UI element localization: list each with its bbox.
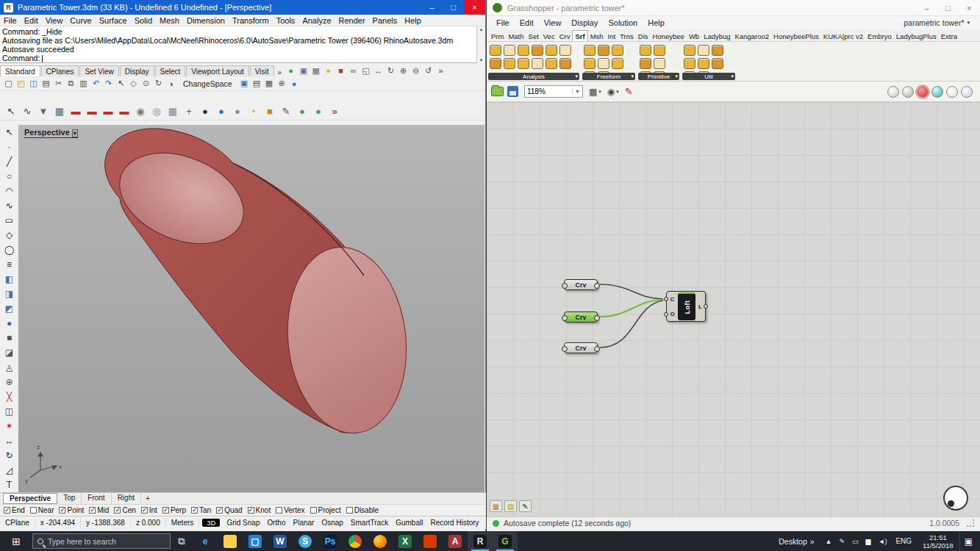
rhino-menu-item[interactable]: File <box>0 16 21 25</box>
perspective-viewport[interactable]: z x y Perspective▾ <box>18 125 484 492</box>
save-icon[interactable]: ◫ <box>27 78 40 90</box>
white-sphere-icon[interactable] <box>946 86 958 98</box>
checkbox[interactable] <box>59 507 65 514</box>
network-icon[interactable]: ▆ <box>862 538 875 545</box>
grid-icon[interactable]: ▦ <box>165 104 181 119</box>
clock[interactable]: 21:51 11/5/2018 <box>917 533 959 550</box>
task-view-button[interactable]: ⧉ <box>171 531 193 551</box>
category-tab[interactable]: Wb <box>687 31 701 41</box>
magnifier-icon[interactable]: ⊕ <box>276 78 288 90</box>
preview-eye-icon[interactable]: ◉▾ <box>607 87 619 97</box>
loft-icon[interactable]: ◨ <box>1 287 18 301</box>
explode-icon[interactable]: ✶ <box>1 419 18 433</box>
command-history[interactable]: Command: _Hide Autosaving file as C:\Use… <box>0 26 485 63</box>
ellipse-icon[interactable]: ◯ <box>1 242 18 257</box>
component-icon[interactable] <box>490 45 501 56</box>
wire-crv2-loft-selected[interactable] <box>600 300 663 317</box>
trim-icon[interactable]: ╳ <box>1 389 18 404</box>
red-marker-icon[interactable]: ✎ <box>625 86 633 97</box>
scale-icon[interactable]: ◿ <box>1 463 18 478</box>
ghosted-preview-icon[interactable] <box>931 86 943 98</box>
viewport-tab[interactable]: Top <box>57 493 82 504</box>
component-icon[interactable] <box>612 45 623 56</box>
category-tab[interactable]: Ladybug <box>701 31 732 41</box>
osnap-toggle[interactable]: Int <box>141 506 157 514</box>
checkbox[interactable] <box>346 507 353 514</box>
changespace-label[interactable]: ChangeSpace <box>177 79 238 88</box>
maximize-button[interactable]: □ <box>443 0 464 15</box>
shaded-preview-icon[interactable] <box>902 86 914 98</box>
display-monitor-icon[interactable]: ▣ <box>297 65 310 76</box>
open-file-icon[interactable]: ◰ <box>15 78 27 90</box>
component-icon[interactable] <box>712 45 723 56</box>
component-icon[interactable] <box>698 58 709 69</box>
shade-icon[interactable]: ◑ <box>165 78 177 90</box>
copy-icon[interactable]: ⧉ <box>65 78 77 90</box>
category-tab[interactable]: Prm <box>489 31 506 41</box>
print-icon[interactable]: ▤ <box>40 78 52 90</box>
save-icon[interactable] <box>507 86 518 97</box>
input-grip-curves[interactable] <box>664 297 668 301</box>
teal-sphere-icon[interactable]: ● <box>310 104 326 119</box>
chevron-right-icon[interactable]: » <box>810 537 815 546</box>
red-cylinder-icon[interactable]: ▬ <box>68 104 84 119</box>
access-icon[interactable]: A <box>443 531 468 551</box>
chevron-down-icon[interactable]: ▾ <box>72 129 78 137</box>
knob-icon[interactable]: ◉ <box>132 104 149 119</box>
grid-icon[interactable]: ▦ <box>263 78 276 90</box>
category-tab[interactable]: Trns <box>618 31 636 41</box>
grasshopper-icon[interactable]: G <box>493 531 518 551</box>
rhino-menu-item[interactable]: Analyze <box>298 16 335 25</box>
point-icon[interactable]: ∙ <box>1 140 18 154</box>
monitor-icon[interactable]: ▣ <box>238 78 251 90</box>
zoom-select[interactable]: 118%▼ <box>524 85 583 98</box>
rhino-icon[interactable]: R <box>468 531 493 551</box>
component-icon[interactable] <box>612 58 623 69</box>
minimize-button[interactable]: – <box>421 0 443 15</box>
red-cylinder-icon[interactable]: ▬ <box>84 104 100 119</box>
canvas-compass[interactable] <box>943 486 968 511</box>
viewport-tab[interactable]: Perspective <box>3 493 57 504</box>
component-icon[interactable] <box>584 45 595 56</box>
curve-param-component[interactable]: Crv <box>564 342 598 353</box>
red-cylinder-icon[interactable]: ▬ <box>100 104 116 119</box>
osnap-toggle[interactable]: End <box>4 506 25 514</box>
osnap-toggle[interactable]: Tan <box>191 506 211 514</box>
status-toggle[interactable]: Grid Snap <box>223 519 263 527</box>
fillet-icon[interactable]: ◬ <box>1 360 18 375</box>
component-icon[interactable] <box>640 58 651 69</box>
store-icon[interactable]: ▢ <box>243 531 268 551</box>
grasshopper-menu-item[interactable]: Edit <box>515 18 539 27</box>
osnap-toggle[interactable]: Project <box>310 506 341 514</box>
checkbox[interactable] <box>310 507 317 514</box>
undo-view-icon[interactable]: ↺ <box>422 65 434 76</box>
component-icon[interactable] <box>518 45 529 56</box>
osnap-toggle[interactable]: Vertex <box>276 506 304 514</box>
orange-box-icon[interactable]: ■ <box>262 104 278 119</box>
sketch-widget-icon[interactable]: ✎ <box>519 500 532 512</box>
redo-icon[interactable]: ↷ <box>102 78 115 90</box>
pen-icon[interactable]: ✎ <box>836 538 849 545</box>
rhino-menu-item[interactable]: Curve <box>66 16 95 25</box>
status-toggle[interactable]: Planar <box>289 519 318 527</box>
category-tab[interactable]: Dis <box>636 31 651 41</box>
layer-state-icon[interactable]: ● <box>285 65 297 76</box>
sun-icon[interactable]: ● <box>322 65 335 76</box>
filter-icon[interactable]: ▼ <box>35 104 51 119</box>
toolbar-tab[interactable]: CPlanes <box>41 65 79 76</box>
rotate-icon[interactable]: ↻ <box>152 78 165 90</box>
status-toggle[interactable]: SmartTrack <box>347 519 392 527</box>
sphere-icon[interactable]: ● <box>1 316 18 331</box>
grid-toggle-icon[interactable]: ▦ <box>310 65 322 76</box>
command-scrollbar[interactable]: ▲ ▼ <box>476 26 485 63</box>
rhino-menu-item[interactable]: View <box>42 16 67 25</box>
checkbox[interactable] <box>141 507 148 514</box>
rhino-menu-item[interactable]: Tools <box>273 16 299 25</box>
component-icon[interactable] <box>698 45 709 56</box>
component-icon[interactable] <box>684 58 695 69</box>
category-tab[interactable]: Set <box>526 31 541 41</box>
rhino-menu-item[interactable]: Dimension <box>183 16 229 25</box>
component-icon[interactable] <box>684 45 695 56</box>
grasshopper-menu-item[interactable]: View <box>539 18 567 27</box>
box-icon[interactable]: ■ <box>1 331 18 345</box>
